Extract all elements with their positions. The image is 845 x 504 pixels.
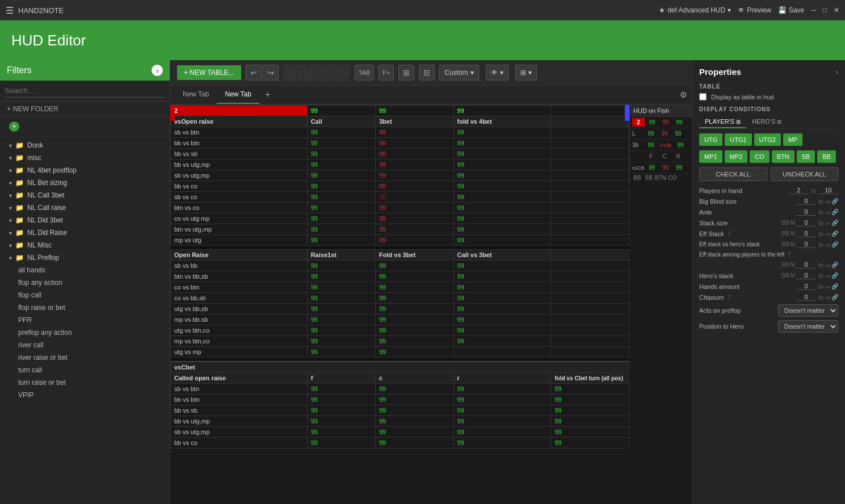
- link-icon[interactable]: 🔗: [831, 220, 838, 226]
- menu-icon[interactable]: ☰: [6, 5, 14, 16]
- sidebar-item-turn-call[interactable]: turn call: [0, 364, 170, 376]
- fx-button[interactable]: F×: [379, 65, 394, 81]
- pos-mp[interactable]: MP: [783, 133, 803, 146]
- sidebar-item-river-raise-or-bet[interactable]: river raise or bet: [0, 351, 170, 364]
- tab-2[interactable]: New Tab: [217, 86, 259, 104]
- link-icon[interactable]: 🔗: [831, 241, 838, 247]
- sidebar-collapse-button[interactable]: ‹: [152, 65, 163, 76]
- sidebar-item-nlmisc[interactable]: ▾ 📁 NL Misc: [0, 239, 170, 251]
- pos-utg2[interactable]: UTG2: [754, 133, 781, 146]
- hud-row-3: 3b 99 Fv3b 99: [630, 140, 692, 151]
- pos-sb[interactable]: SB: [797, 150, 815, 163]
- arrow-icon: ▾: [9, 242, 12, 249]
- pos-mp2[interactable]: MP2: [725, 150, 748, 163]
- ante-from[interactable]: [796, 208, 816, 216]
- custom-dropdown[interactable]: Custom ▾: [439, 65, 478, 81]
- hud-selector[interactable]: ★ def Advanced HUD ▾: [659, 6, 731, 14]
- pos-co[interactable]: CO: [750, 150, 770, 163]
- sidebar-item-preflop-any-action[interactable]: preflop any action: [0, 326, 170, 339]
- minimize-button[interactable]: ─: [811, 6, 816, 14]
- save-button[interactable]: 💾 Save: [778, 6, 804, 14]
- search-input[interactable]: [5, 84, 165, 98]
- sidebar-item-nldid3bet[interactable]: ▾ 📁 NL Did 3bet: [0, 214, 170, 226]
- close-button[interactable]: ✕: [834, 6, 839, 14]
- columns-button[interactable]: ⊞: [398, 65, 414, 81]
- sidebar-item-nlbet[interactable]: ▾ 📁 NL Bet sizing: [0, 177, 170, 189]
- help-icon[interactable]: ?: [728, 231, 731, 237]
- sidebar-item-all-hands[interactable]: all hands: [0, 264, 170, 276]
- preview-button[interactable]: 👁 Preview: [738, 6, 771, 14]
- acts-on-preflop-dropdown[interactable]: Doesn't matter: [778, 304, 838, 317]
- pos-btn[interactable]: BTN: [772, 150, 794, 163]
- help-icon[interactable]: ?: [788, 251, 791, 258]
- sidebar-item-pfr[interactable]: PFR: [0, 314, 170, 326]
- big-blind-from[interactable]: [796, 198, 816, 205]
- sidebar-item-vpip[interactable]: VPIP: [0, 389, 170, 401]
- link-icon[interactable]: 🔗: [831, 272, 838, 279]
- link-icon[interactable]: 🔗: [831, 262, 838, 268]
- sidebar-item-nldidraise[interactable]: ▾ 📁 NL Did Raise: [0, 226, 170, 239]
- sidebar-item-nl4bet[interactable]: ▾ 📁 NL 4bet postflop: [0, 164, 170, 177]
- format-btn-2[interactable]: ⬛: [300, 65, 316, 81]
- undo-button[interactable]: ↩: [246, 65, 262, 81]
- check-all-button[interactable]: CHECK ALL: [699, 167, 767, 181]
- tab-1[interactable]: New Tab: [175, 86, 217, 104]
- sidebar-item-nlcall3bet[interactable]: ▾ 📁 NL Call 3bet: [0, 189, 170, 201]
- display-as-table-checkbox[interactable]: [699, 93, 707, 100]
- players-in-hand-from[interactable]: [789, 187, 809, 194]
- new-folder-button[interactable]: + NEW FOLDER: [0, 102, 170, 117]
- sidebar-item-turn-raise-or-bet[interactable]: turn raise or bet: [0, 376, 170, 389]
- eff-stack-from[interactable]: [796, 230, 816, 237]
- link-icon[interactable]: 🔗: [831, 209, 838, 215]
- pos-utg[interactable]: UTG: [699, 133, 722, 146]
- tabs-bar: New Tab New Tab + ⚙: [170, 86, 692, 105]
- pos-utg1[interactable]: UTG1: [725, 133, 751, 146]
- players-tab[interactable]: PLAYER'S ⊞: [699, 116, 746, 128]
- table-row: bb vs sb 99 99 99 99: [171, 405, 629, 416]
- maximize-button[interactable]: □: [823, 6, 827, 14]
- heros-tab[interactable]: HERO'S ⊞: [746, 116, 787, 128]
- redo-button[interactable]: ↪: [263, 65, 279, 81]
- pos-mp1[interactable]: MP1: [699, 150, 722, 163]
- link-icon[interactable]: 🔗: [831, 230, 838, 237]
- sidebar-item-nlpreflop[interactable]: ▾ 📁 NL Preflop: [0, 251, 170, 264]
- arrow-icon: ▾: [9, 142, 12, 149]
- layout-dropdown[interactable]: ⊞ ▾: [515, 65, 537, 81]
- new-table-button[interactable]: + NEW TABLE...: [177, 65, 241, 80]
- table-cell: sb vs btn: [171, 127, 308, 138]
- table-cell: 99: [551, 394, 629, 405]
- uncheck-all-button[interactable]: UNCHECK ALL: [771, 167, 839, 181]
- help-icon[interactable]: ?: [727, 295, 730, 301]
- tab-settings-button[interactable]: ⚙: [680, 90, 687, 99]
- link-icon[interactable]: 🔗: [831, 283, 838, 289]
- add-tab-button[interactable]: +: [259, 86, 276, 103]
- sidebar-item-add-filter[interactable]: +: [7, 119, 163, 134]
- eff-stack-among-left-from[interactable]: [796, 261, 816, 268]
- link-icon[interactable]: 🔗: [831, 294, 838, 300]
- sidebar-item-flop-call[interactable]: flop call: [0, 289, 170, 301]
- format-btn-4[interactable]: ⬛: [334, 65, 350, 81]
- sidebar-item-flop-any-action[interactable]: flop any action: [0, 276, 170, 289]
- display-options-dropdown[interactable]: 👁 ▾: [486, 65, 508, 81]
- pos-bb[interactable]: BB: [817, 150, 836, 163]
- eff-stack-vs-hero-from[interactable]: [796, 241, 816, 248]
- sidebar-item-misc[interactable]: ▾ 📁 misc: [0, 152, 170, 164]
- grid-button[interactable]: ⊟: [419, 65, 435, 81]
- format-btn-1[interactable]: ⬛: [283, 65, 299, 81]
- stack-size-from[interactable]: [796, 219, 816, 226]
- sidebar-item-river-call[interactable]: river call: [0, 339, 170, 351]
- sidebar-item-donk[interactable]: ▾ 📁 Donk: [0, 139, 170, 152]
- chipsum-from[interactable]: [796, 293, 816, 301]
- table-cell: 2: [171, 106, 308, 116]
- format-btn-3[interactable]: ⬛: [317, 65, 333, 81]
- position-to-hero-dropdown[interactable]: Doesn't matter: [778, 320, 838, 333]
- hands-amount-from[interactable]: [796, 283, 816, 290]
- sidebar-item-nlcallraise[interactable]: ▾ 📁 NL Call raise: [0, 201, 170, 214]
- players-in-hand-to[interactable]: [818, 187, 838, 194]
- tab-icon-button[interactable]: TAB: [355, 65, 375, 81]
- app-name: HAND2NOTE: [18, 6, 64, 15]
- heros-stack-from[interactable]: [796, 272, 816, 279]
- properties-expand-button[interactable]: ›: [836, 68, 838, 76]
- link-icon[interactable]: 🔗: [831, 198, 838, 204]
- sidebar-item-flop-raise-or-bet[interactable]: flop raise or bet: [0, 301, 170, 314]
